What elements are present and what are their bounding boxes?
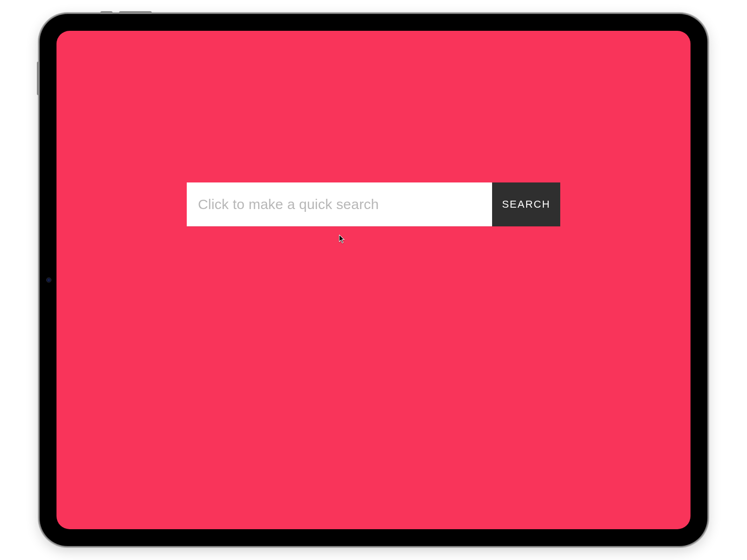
- mouse-cursor-icon: [339, 235, 345, 244]
- tablet-power-button-icon: [100, 11, 113, 14]
- search-bar: SEARCH: [187, 182, 560, 226]
- tablet-device-frame: SEARCH: [40, 14, 707, 546]
- search-button[interactable]: SEARCH: [492, 182, 560, 226]
- tablet-top-buttons: [100, 11, 152, 14]
- tablet-volume-button-icon: [119, 11, 152, 14]
- search-input[interactable]: [187, 182, 492, 226]
- tablet-camera-icon: [46, 278, 51, 283]
- tablet-side-button-icon: [37, 62, 40, 95]
- app-screen: SEARCH: [56, 31, 691, 529]
